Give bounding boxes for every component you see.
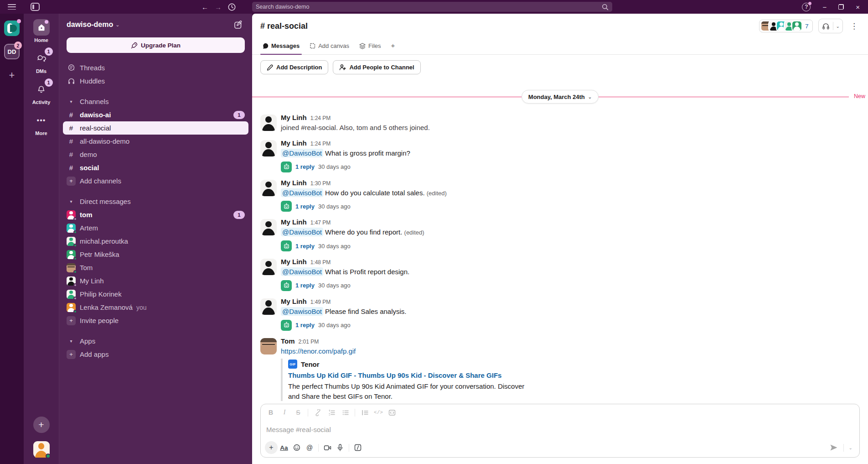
dm-item-petr-mikeska[interactable]: Petr Mikeška [63, 248, 248, 261]
reply-count-link[interactable]: 1 reply [295, 163, 315, 170]
channel-title[interactable]: # real-social [260, 21, 308, 31]
create-new-button[interactable]: + [33, 417, 50, 433]
channel-options-kebab[interactable]: ⋮ [848, 21, 860, 31]
rail-item-home[interactable]: Home [33, 19, 50, 43]
thread-reply-bar[interactable]: 1 reply 30 days ago [281, 240, 860, 251]
mention[interactable]: @DawisoBot [281, 188, 323, 197]
mention[interactable]: @DawisoBot [281, 228, 323, 236]
sidebar-item-huddles[interactable]: Huddles [63, 74, 248, 88]
bullet-list-icon[interactable] [339, 407, 351, 418]
add-channels-button[interactable]: + Add channels [63, 174, 248, 188]
dm-item-artem[interactable]: Artem [63, 221, 248, 235]
ordered-list-icon[interactable] [325, 407, 338, 418]
minimize-button[interactable]: − [822, 4, 827, 10]
message-timestamp[interactable]: 1:48 PM [310, 259, 331, 266]
mention-icon[interactable]: @ [303, 441, 316, 454]
channel-item-dawiso-ai[interactable]: # dawiso-ai 1 [63, 108, 248, 121]
message-list[interactable]: Monday, March 24th ⌄ New My Linh 1:24 PM… [252, 79, 868, 401]
tab-files[interactable]: Files [355, 42, 385, 54]
channels-section-header[interactable]: ▾ Channels [63, 95, 248, 108]
message-author[interactable]: Tom [281, 337, 295, 345]
dm-item-philip-korinek[interactable]: Philip Korinek [63, 287, 248, 301]
channel-item-all-dawiso-demo[interactable]: # all-dawiso-demo [63, 135, 248, 148]
rail-item-dms[interactable]: 1 DMs [33, 50, 50, 74]
history-clock-icon[interactable] [228, 3, 236, 11]
message-author[interactable]: My Linh [281, 297, 307, 305]
add-people-button[interactable]: Add People to Channel [333, 60, 420, 74]
code-block-icon[interactable] [386, 407, 398, 418]
avatar[interactable] [260, 298, 277, 315]
invite-people-button[interactable]: + Invite people [63, 314, 248, 327]
reply-count-link[interactable]: 1 reply [295, 282, 315, 289]
mention[interactable]: @DawisoBot [281, 267, 323, 276]
tab-messages[interactable]: Messages [258, 42, 304, 54]
message-author[interactable]: My Linh [281, 218, 307, 226]
close-button[interactable]: × [856, 4, 860, 10]
restore-button[interactable] [838, 4, 844, 10]
avatar[interactable] [260, 180, 277, 196]
code-icon[interactable]: </> [372, 407, 385, 418]
message-row[interactable]: Tom 2:01 PM https://tenor.com/pafp.gif G… [252, 335, 868, 401]
message-timestamp[interactable]: 1:24 PM [310, 115, 331, 121]
dms-section-header[interactable]: ▾ Direct messages [63, 195, 248, 208]
mention[interactable]: @DawisoBot [281, 307, 323, 316]
message-row[interactable]: My Linh 1:24 PM joined #real-social. Als… [252, 112, 868, 135]
dm-item-michal-peroutka[interactable]: michal.peroutka [63, 235, 248, 248]
message-timestamp[interactable]: 2:01 PM [299, 339, 319, 345]
message-row[interactable]: My Linh 1:30 PM @DawisoBot How do you ca… [252, 177, 868, 214]
link-preview-title[interactable]: Thumbs Up Kid GIF - Thumbs Up 90s Kid - … [288, 371, 536, 379]
message-row[interactable]: My Linh 1:24 PM @DawisoBot What is gross… [252, 137, 868, 174]
rail-item-more[interactable]: ••• More [33, 112, 50, 136]
message-author[interactable]: My Linh [281, 114, 307, 121]
sidebar-item-threads[interactable]: Threads [63, 61, 248, 74]
message-timestamp[interactable]: 1:49 PM [310, 299, 331, 305]
blockquote-icon[interactable] [358, 407, 371, 418]
date-pill[interactable]: Monday, March 24th ⌄ [522, 90, 599, 104]
message-composer[interactable]: B I S </> + Aa [260, 404, 860, 458]
thread-reply-bar[interactable]: 1 reply 30 days ago [281, 201, 860, 212]
channel-item-real-social[interactable]: # real-social [63, 121, 248, 135]
message-row[interactable]: My Linh 1:48 PM @DawisoBot What is Profi… [252, 256, 868, 293]
dm-item-tom-2[interactable]: Tom [63, 261, 248, 274]
link-icon[interactable] [311, 407, 324, 418]
avatar[interactable] [260, 219, 277, 235]
attach-plus-icon[interactable]: + [265, 441, 278, 454]
add-tab-button[interactable]: + [387, 42, 399, 54]
dm-item-lenka-zemanova[interactable]: Lenka Zemanová you [63, 301, 248, 314]
send-button[interactable] [827, 444, 841, 451]
message-author[interactable]: My Linh [281, 258, 307, 266]
search-bar[interactable] [252, 2, 612, 12]
forward-icon[interactable]: → [215, 4, 222, 10]
reply-count-link[interactable]: 1 reply [295, 203, 315, 210]
microphone-icon[interactable] [334, 441, 346, 454]
rail-item-activity[interactable]: 1 Activity [32, 81, 51, 105]
italic-icon[interactable]: I [278, 407, 291, 418]
message-timestamp[interactable]: 1:30 PM [310, 180, 331, 187]
user-avatar[interactable] [33, 441, 50, 458]
message-row[interactable]: My Linh 1:49 PM @DawisoBot Please find S… [252, 296, 868, 333]
video-icon[interactable] [321, 441, 334, 454]
channel-item-social[interactable]: # social [63, 161, 248, 174]
avatar[interactable] [260, 140, 277, 156]
text-formatting-icon[interactable]: Aa [278, 441, 290, 454]
compose-button[interactable] [231, 18, 245, 31]
avatar[interactable] [260, 115, 277, 131]
workspace-switcher-avatar[interactable]: DD 2 [4, 44, 20, 59]
avatar[interactable] [260, 338, 277, 355]
avatar[interactable] [260, 259, 277, 275]
thread-reply-bar[interactable]: 1 reply 30 days ago [281, 162, 860, 172]
huddle-button[interactable]: ⌄ [818, 19, 843, 33]
reply-count-link[interactable]: 1 reply [295, 243, 315, 250]
sidebar-toggle-icon[interactable] [31, 3, 40, 11]
search-input[interactable] [256, 4, 602, 10]
thread-reply-bar[interactable]: 1 reply 30 days ago [281, 320, 860, 331]
add-workspace-button[interactable]: + [9, 69, 15, 81]
message-author[interactable]: My Linh [281, 179, 307, 187]
emoji-icon[interactable] [290, 441, 303, 454]
workspace-icon[interactable] [4, 21, 20, 36]
slash-commands-icon[interactable] [351, 441, 364, 454]
bold-icon[interactable]: B [264, 407, 277, 418]
strikethrough-icon[interactable]: S [292, 407, 305, 418]
channel-item-demo[interactable]: # demo [63, 148, 248, 161]
thread-reply-bar[interactable]: 1 reply 30 days ago [281, 280, 860, 291]
